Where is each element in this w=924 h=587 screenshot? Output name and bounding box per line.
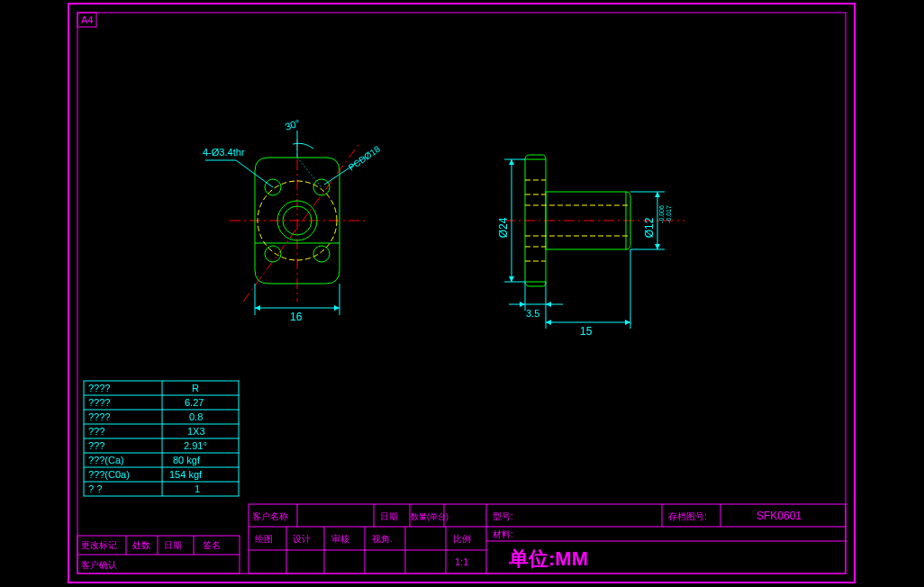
svg-text:材料:: 材料: [492, 529, 513, 539]
svg-text:绘图: 绘图 [255, 534, 273, 544]
svg-text:80 kgf: 80 kgf [173, 455, 201, 465]
svg-text:设计: 设计 [293, 534, 311, 544]
svg-text:客户名称: 客户名称 [252, 511, 288, 521]
dim-angle: 30° [284, 117, 302, 132]
cad-drawing-sheet: A4 30° 4-Ø3.4thr PCDØ18 16 Ø24 [0, 0, 924, 587]
inner-frame [77, 13, 846, 573]
spec-table: ???? R ???? 6.27 ???? 0.8 ??? 1X3 ??? 2.… [84, 381, 239, 496]
svg-text:1X3: 1X3 [187, 426, 205, 437]
svg-text:1: 1 [195, 483, 200, 494]
dim-flange-thk: 3.5 [526, 308, 539, 319]
drawing-number: SFK0601 [756, 510, 802, 522]
svg-text:数量(单台): 数量(单台) [411, 512, 448, 521]
front-view: 30° 4-Ø3.4thr PCDØ18 16 [203, 117, 382, 323]
svg-text:比例: 比例 [453, 534, 471, 544]
svg-text:视角.: 视角. [372, 534, 393, 544]
svg-text:R: R [192, 383, 199, 393]
dim-hole-note: 4-Ø3.4thr [203, 147, 245, 158]
svg-text:型号:: 型号: [493, 511, 513, 521]
dim-pcd: PCDØ18 [347, 143, 382, 172]
dim-shaft: Ø12 [643, 217, 656, 238]
svg-point-7 [265, 246, 281, 262]
unit-label: 单位:MM [508, 547, 588, 570]
svg-text:更改标记: 更改标记 [81, 540, 117, 550]
svg-text:???: ??? [88, 426, 104, 437]
svg-text:???(Ca): ???(Ca) [88, 455, 124, 465]
svg-text:????: ???? [88, 383, 110, 393]
svg-text:????: ???? [88, 397, 110, 408]
svg-text:日期: 日期 [164, 540, 182, 550]
svg-text:审核: 审核 [331, 534, 349, 544]
sheet-label: A4 [81, 14, 93, 25]
svg-text:处数: 处数 [132, 540, 150, 550]
dim-tol1: -0.006 [658, 205, 665, 223]
title-block: 客户名称 日期 数量(单台) 型号: 存档图号: SFK0601 材料: 绘图 … [249, 504, 846, 573]
svg-line-2 [243, 142, 360, 302]
dim-length: 15 [580, 325, 593, 338]
svg-text:154 kgf: 154 kgf [169, 469, 203, 480]
svg-text:存档图号:: 存档图号: [668, 511, 707, 521]
revision-block: 更改标记 处数 日期 签名 客户确认 [77, 536, 240, 573]
dim-tol2: -0.017 [666, 205, 672, 223]
svg-text:????: ???? [88, 411, 110, 422]
svg-text:客户确认: 客户确认 [81, 560, 117, 570]
svg-point-6 [313, 246, 330, 262]
svg-text:6.27: 6.27 [185, 397, 204, 408]
scale-value: 1:1 [455, 556, 468, 567]
dim-width: 16 [290, 311, 303, 323]
side-view: Ø24 Ø12 -0.006 -0.017 3.5 15 [497, 155, 684, 338]
svg-text:日期: 日期 [380, 511, 398, 521]
dim-od: Ø24 [497, 217, 510, 238]
svg-text:签名: 签名 [203, 540, 221, 550]
svg-text:?  ?: ? ? [88, 483, 102, 494]
svg-text:0.8: 0.8 [189, 411, 203, 422]
svg-text:2.91°: 2.91° [184, 440, 207, 451]
svg-text:???: ??? [88, 440, 104, 451]
svg-text:???(C0a): ???(C0a) [88, 469, 130, 480]
